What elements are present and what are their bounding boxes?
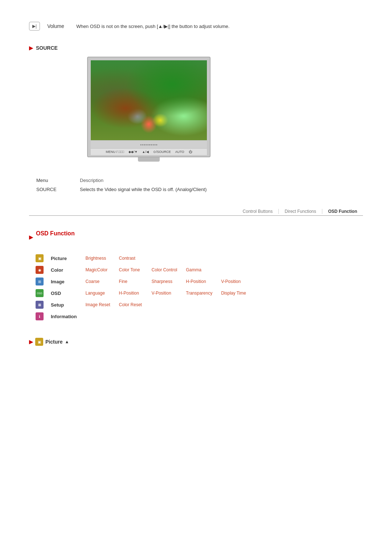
osd-row-image: ⊞ Image Coarse Fine Sharpness H-Position… <box>33 277 250 286</box>
table-cell-desc: Selects the Video signal while the OSD i… <box>73 185 363 194</box>
picture-bottom-title: Picture <box>45 339 62 345</box>
osd-item-sharpness[interactable]: Sharpness <box>147 277 182 286</box>
osd-item-v-position-image[interactable]: V-Position <box>217 277 250 286</box>
picture-bottom-arrow-icon: ▶ <box>29 339 33 345</box>
monitor-screen-content <box>91 60 207 140</box>
osd-row-color: ◉ Color MagicColor Color Tone Color Cont… <box>33 265 250 275</box>
osd-row-osd: OSD OSD Language H-Position V-Position T… <box>33 288 250 298</box>
nav-tabs: Control Buttons Direct Functions OSD Fun… <box>29 209 363 216</box>
tab-osd-function[interactable]: OSD Function <box>322 209 363 214</box>
source-arrow-icon: ▶ <box>29 45 33 51</box>
osd-item-color-reset[interactable]: Color Reset <box>115 300 147 309</box>
monitor-btn-up: ▲/◀ <box>142 150 148 154</box>
osd-row-picture: ▣ Picture Brightness Contrast <box>33 254 250 263</box>
source-section-title: SOURCE <box>36 45 58 51</box>
osd-menu-picture: Picture <box>46 254 81 263</box>
monitor-stand <box>138 157 160 162</box>
monitor-frame: ●●●●●●●●●● MENU / □□□ ◆◆/▼ ▲/◀ ⊙/SOURCE … <box>87 57 211 157</box>
monitor-bottom-bar: ●●●●●●●●●● <box>91 141 207 148</box>
osd-item-fine[interactable]: Fine <box>115 277 147 286</box>
osd-menu-image: Image <box>46 277 81 286</box>
osd-function-section: ▶ OSD Function ▣ Picture Brightness Cont… <box>29 230 363 323</box>
osd-item-gamma[interactable]: Gamma <box>181 265 217 275</box>
table-row: SOURCE Selects the Video signal while th… <box>29 185 363 194</box>
volume-icon: ▶| <box>29 22 40 31</box>
osd-section-title: OSD Function <box>36 230 75 237</box>
osd-icon-osd: OSD <box>36 289 44 297</box>
osd-item-transparency[interactable]: Transparency <box>181 288 217 298</box>
osd-item-h-position-osd[interactable]: H-Position <box>115 288 147 298</box>
osd-item-v-position-osd[interactable]: V-Position <box>147 288 182 298</box>
osd-item-color-tone[interactable]: Color Tone <box>115 265 147 275</box>
osd-arrow-icon: ▶ <box>29 234 33 240</box>
osd-item-contrast[interactable]: Contrast <box>115 254 147 263</box>
volume-label: Volume <box>47 23 69 29</box>
description-table: Menu Description SOURCE Selects the Vide… <box>29 176 363 194</box>
osd-icon-setup: ▦ <box>36 301 44 309</box>
osd-icon-picture: ▣ <box>36 254 44 262</box>
table-header-menu: Menu <box>29 176 73 185</box>
monitor-btn-auto: AUTO <box>175 150 184 154</box>
osd-item-display-time[interactable]: Display Time <box>217 288 250 298</box>
osd-section-header: ▶ OSD Function <box>29 230 363 244</box>
osd-item-image-reset[interactable]: Image Reset <box>81 300 115 309</box>
monitor-image-container: ●●●●●●●●●● MENU / □□□ ◆◆/▼ ▲/◀ ⊙/SOURCE … <box>87 57 211 162</box>
osd-menu-color: Color <box>46 265 81 275</box>
monitor-btn-menu: MENU / □□□ <box>106 150 124 154</box>
monitor-screen <box>91 60 207 140</box>
table-cell-menu: SOURCE <box>29 185 73 194</box>
monitor-btn-source: ⊙/SOURCE <box>153 150 171 154</box>
osd-menu-information: Information <box>46 312 81 321</box>
osd-item-color-control[interactable]: Color Control <box>147 265 182 275</box>
volume-icon-symbol: ▶| <box>32 24 37 29</box>
tab-control-buttons[interactable]: Control Buttons <box>237 209 279 214</box>
osd-item-brightness[interactable]: Brightness <box>81 254 115 263</box>
osd-icon-color: ◉ <box>36 266 44 274</box>
picture-bottom-heading: ▶ ▣ Picture ▲ <box>29 338 363 346</box>
osd-item-language[interactable]: Language <box>81 288 115 298</box>
osd-row-information: ℹ Information <box>33 312 250 321</box>
osd-menu-osd: OSD <box>46 288 81 298</box>
osd-icon-image: ⊞ <box>36 278 44 285</box>
picture-bottom-up-arrow-icon: ▲ <box>65 339 69 344</box>
volume-section: ▶| Volume When OSD is not on the screen,… <box>29 22 363 31</box>
picture-bottom-icon: ▣ <box>35 338 43 346</box>
osd-item-h-position-image[interactable]: H-Position <box>181 277 217 286</box>
osd-row-setup: ▦ Setup Image Reset Color Reset <box>33 300 250 309</box>
source-section-header: ▶ SOURCE <box>29 45 363 51</box>
osd-icon-information: ℹ <box>36 312 44 320</box>
monitor-btn-nav: ◆◆/▼ <box>128 150 138 154</box>
table-header-description: Description <box>73 176 363 185</box>
osd-grid: ▣ Picture Brightness Contrast ◉ Color Ma… <box>33 251 250 323</box>
osd-menu-setup: Setup <box>46 300 81 309</box>
monitor-btn-power: ⏻ <box>189 150 192 154</box>
volume-description: When OSD is not on the screen, push [▲/▶… <box>76 24 229 29</box>
osd-item-coarse[interactable]: Coarse <box>81 277 115 286</box>
monitor-button-bar: MENU / □□□ ◆◆/▼ ▲/◀ ⊙/SOURCE AUTO ⏻ <box>91 148 207 155</box>
tab-direct-functions[interactable]: Direct Functions <box>279 209 322 214</box>
osd-item-magiccolor[interactable]: MagicColor <box>81 265 115 275</box>
